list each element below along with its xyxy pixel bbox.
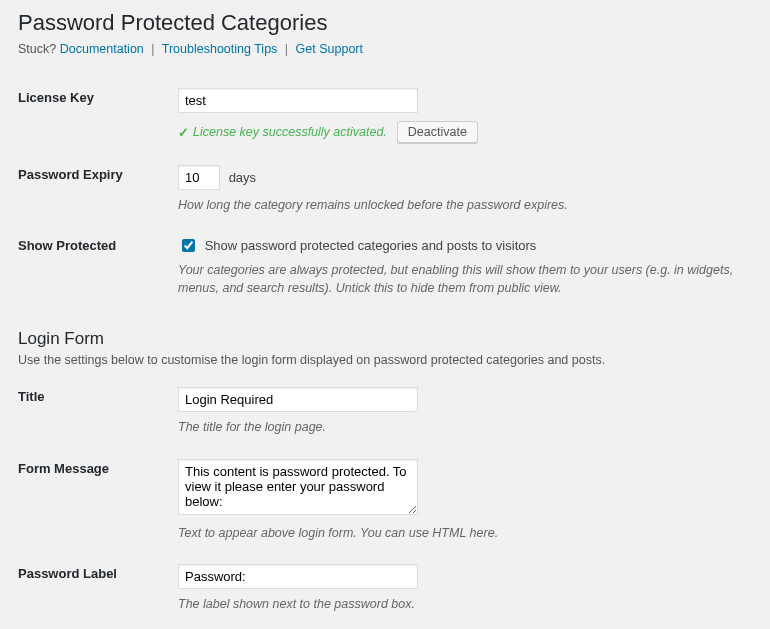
password-label-description: The label shown next to the password box…: [178, 595, 752, 613]
password-expiry-input[interactable]: [178, 165, 220, 190]
separator: |: [285, 42, 288, 56]
troubleshooting-link[interactable]: Troubleshooting Tips: [162, 42, 278, 56]
label-placeholder-label: Label Placeholder: [18, 625, 178, 629]
check-icon: ✓: [178, 125, 189, 140]
show-protected-description: Your categories are always protected, bu…: [178, 261, 752, 297]
license-key-input[interactable]: [178, 88, 418, 113]
password-label-input[interactable]: [178, 564, 418, 589]
get-support-link[interactable]: Get Support: [296, 42, 363, 56]
login-form-section-desc: Use the settings below to customise the …: [18, 353, 752, 367]
show-protected-checkbox-label: Show password protected categories and p…: [205, 238, 537, 253]
title-description: The title for the login page.: [178, 418, 752, 436]
form-message-description: Text to appear above login form. You can…: [178, 524, 752, 542]
page-title: Password Protected Categories: [18, 10, 752, 36]
expiry-suffix: days: [229, 170, 256, 185]
login-form-section-title: Login Form: [18, 329, 752, 349]
password-label-label: Password Label: [18, 554, 178, 625]
license-success-msg: License key successfully activated.: [193, 125, 387, 139]
help-subline: Stuck? Documentation | Troubleshooting T…: [18, 42, 752, 56]
show-protected-label: Show Protected: [18, 226, 178, 309]
expiry-description: How long the category remains unlocked b…: [178, 196, 752, 214]
password-expiry-label: Password Expiry: [18, 155, 178, 226]
documentation-link[interactable]: Documentation: [60, 42, 144, 56]
form-message-label: Form Message: [18, 449, 178, 554]
deactivate-button[interactable]: Deactivate: [397, 121, 478, 143]
title-field-label: Title: [18, 377, 178, 448]
form-message-textarea[interactable]: [178, 459, 418, 515]
license-key-label: License Key: [18, 78, 178, 155]
show-protected-checkbox[interactable]: [182, 239, 195, 252]
stuck-label: Stuck?: [18, 42, 56, 56]
title-input[interactable]: [178, 387, 418, 412]
separator: |: [151, 42, 154, 56]
